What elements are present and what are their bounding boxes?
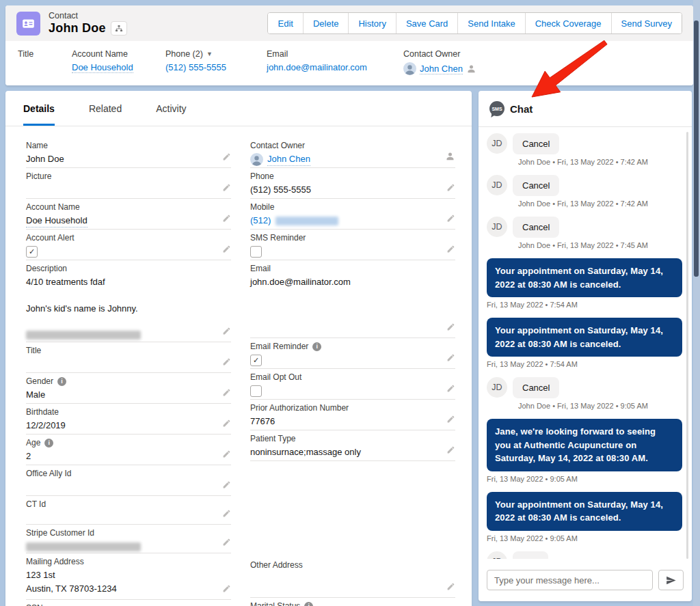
field-value-link[interactable]: Doe Household — [26, 215, 88, 228]
send-intake-button[interactable]: Send Intake — [457, 13, 524, 33]
view-hierarchy-button[interactable] — [111, 21, 127, 36]
chat-composer — [487, 570, 684, 590]
field-label: SSN — [26, 603, 43, 606]
owner-value-link[interactable]: John Chen — [267, 153, 310, 166]
edit-mailing-address-button[interactable] — [222, 584, 231, 593]
check-coverage-button[interactable]: Check Coverage — [525, 13, 611, 33]
chat-message-input[interactable] — [487, 570, 653, 590]
info-icon[interactable]: i — [57, 377, 66, 386]
edit-birthdate-button[interactable] — [222, 419, 231, 428]
field-phone: Phone(512) 555-5555 — [250, 168, 455, 199]
edit-title-button[interactable] — [222, 357, 231, 366]
field-label: CT Id — [26, 499, 46, 509]
edit-other-address-button[interactable] — [446, 582, 455, 591]
edit-prior-authorization-number-button[interactable] — [446, 415, 455, 424]
field-label: Patient Type — [250, 434, 296, 443]
field-label: Email Reminder — [250, 342, 308, 351]
field-value-link[interactable]: (512) — [250, 215, 271, 225]
record-action-buttons: EditDeleteHistorySave CardSend IntakeChe… — [267, 12, 682, 34]
owner-value-link[interactable]: John Chen — [420, 64, 463, 74]
edit-account-name-button[interactable] — [222, 214, 231, 223]
field-title: Title — [26, 342, 231, 373]
tab-related[interactable]: Related — [89, 91, 122, 126]
change-owner-button[interactable] — [445, 151, 455, 161]
message-meta: John Doe • Fri, 13 May 2022 • 7:42 AM — [518, 199, 682, 208]
field-value-link[interactable]: Austin, TX 78703-1234 — [26, 583, 231, 595]
edit-ct-id-button[interactable] — [222, 509, 231, 518]
record-header-row: Contact John Doe EditDeleteHistorySave C… — [5, 5, 693, 41]
field-label: Email Opt Out — [250, 372, 301, 382]
edit-stripe-customer-id-button[interactable] — [222, 538, 231, 547]
edit-name-button[interactable] — [222, 152, 231, 161]
field-label: Other Address — [250, 560, 303, 570]
send-survey-button[interactable]: Send Survey — [611, 13, 682, 33]
send-message-button[interactable] — [658, 570, 684, 590]
email-value-link[interactable]: john.doe@mailinator.com — [267, 62, 367, 72]
chat-scrollbar[interactable] — [686, 132, 688, 559]
field-name: NameJohn Doe — [26, 137, 231, 168]
edit-patient-type-button[interactable] — [446, 445, 455, 454]
highlight-email: Emailjohn.doe@mailinator.com — [267, 49, 403, 85]
field-value: 4/10 treatments fdaf — [26, 276, 231, 288]
message-bubble: Your appointment on Saturday, May 14, 20… — [487, 492, 682, 531]
field-label: Account Alert — [26, 233, 75, 243]
edit-office-ally-id-button[interactable] — [222, 480, 231, 489]
field-picture: Picture — [26, 168, 231, 199]
object-label: Contact — [49, 11, 127, 20]
field-value-link[interactable]: 123 1st — [26, 569, 231, 581]
field-label: Mobile — [250, 202, 274, 212]
chat-message-inbound: JDTestJohn Doe • Mon, 30 May 2022 • 8:49… — [487, 551, 682, 560]
field-value: 77676 — [250, 415, 455, 428]
edit-email-reminder-button[interactable] — [446, 353, 455, 362]
redacted-value — [275, 217, 338, 225]
edit-picture-button[interactable] — [222, 183, 231, 192]
account-name-value-link[interactable]: Doe Household — [72, 62, 133, 73]
field-age: Agei2 — [26, 435, 231, 465]
hierarchy-icon — [115, 25, 123, 33]
field-value-link[interactable]: (512) 555-5555 — [250, 184, 311, 196]
field-label: Office Ally Id — [26, 469, 71, 478]
tab-activity[interactable]: Activity — [156, 91, 186, 126]
history-button[interactable]: History — [348, 13, 395, 33]
edit-gender-button[interactable] — [222, 388, 231, 397]
message-meta: John Doe • Fri, 13 May 2022 • 7:45 AM — [518, 241, 682, 249]
change-owner-icon[interactable] — [466, 64, 476, 74]
info-icon[interactable]: i — [312, 342, 321, 351]
info-icon[interactable]: i — [304, 602, 313, 606]
page-scrollbar[interactable] — [693, 0, 700, 606]
field-email-opt-out: Email Opt Out — [250, 369, 455, 400]
edit-phone-button[interactable] — [446, 183, 455, 192]
field-label: Picture — [26, 171, 51, 181]
sender-avatar: JD — [487, 133, 507, 154]
edit-age-button[interactable] — [222, 450, 231, 458]
phone-dropdown-icon[interactable]: ▼ — [206, 51, 213, 57]
message-bubble: Your appointment on Saturday, May 14, 20… — [487, 258, 682, 297]
delete-button[interactable]: Delete — [303, 13, 349, 33]
edit-sms-reminder-button[interactable] — [446, 245, 455, 253]
tab-details[interactable]: Details — [23, 91, 55, 126]
phone-2-value-link[interactable]: (512) 555-5555 — [165, 62, 226, 72]
field-ssn: SSN — [26, 600, 231, 606]
field-value: 12/2/2019 — [26, 419, 231, 432]
field-label: Stripe Customer Id — [26, 528, 94, 538]
edit-button[interactable]: Edit — [268, 13, 302, 33]
field-label: Contact Owner — [250, 141, 305, 150]
edit-email-button[interactable] — [446, 322, 455, 331]
edit-email-opt-out-button[interactable] — [446, 384, 455, 393]
page-scrollbar-thumb[interactable] — [694, 20, 699, 277]
edit-description-button[interactable] — [222, 327, 231, 335]
edit-mobile-button[interactable] — [446, 214, 455, 223]
field-stripe-customer-id: Stripe Customer Id — [26, 525, 231, 553]
field-label: Gender — [26, 376, 53, 386]
field-label: Birthdate — [26, 407, 59, 417]
field-value: noninsurnace;massage only — [250, 446, 455, 458]
highlights-panel: TitleAccount NameDoe HouseholdPhone (2)▼… — [5, 41, 693, 85]
save-card-button[interactable]: Save Card — [396, 13, 457, 33]
edit-account-alert-button[interactable] — [222, 245, 231, 253]
info-icon[interactable]: i — [44, 439, 53, 447]
field-value-link[interactable]: john.doe@mailinator.com — [250, 276, 351, 288]
record-name: John Doe — [49, 21, 106, 36]
field-label: Description — [26, 264, 67, 273]
contact-record-icon — [16, 12, 40, 36]
chat-message-list[interactable]: JDCancelJohn Doe • Fri, 13 May 2022 • 7:… — [487, 133, 682, 559]
